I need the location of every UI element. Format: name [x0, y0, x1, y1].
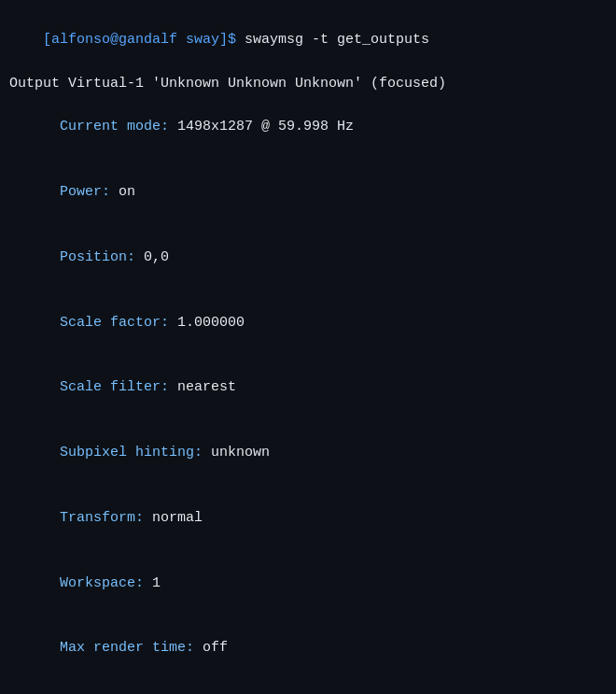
label-scale-factor: Scale factor:	[43, 315, 177, 331]
value-transform: normal	[152, 510, 203, 526]
value-position: 0,0	[144, 249, 169, 265]
output-line-2: Position: 0,0	[9, 225, 607, 290]
output-line-3: Scale factor: 1.000000	[9, 290, 607, 355]
output-line-6: Transform: normal	[9, 486, 607, 551]
output-line-1: Power: on	[9, 160, 607, 225]
output-line-8: Max render time: off	[9, 616, 607, 681]
output-line-9: Adaptive sync: disabled	[9, 681, 607, 694]
value-scale-filter: nearest	[177, 379, 236, 395]
label-current-mode: Current mode:	[43, 119, 177, 135]
value-subpixel: unknown	[211, 445, 270, 460]
value-workspace: 1	[152, 575, 161, 591]
output-line-4: Scale filter: nearest	[9, 355, 607, 420]
prompt: [alfonso@gandalf sway]$	[43, 32, 236, 48]
output-line-0: Current mode: 1498x1287 @ 59.998 Hz	[9, 94, 607, 160]
command-line: [alfonso@gandalf sway]$ swaymsg -t get_o…	[9, 7, 607, 73]
terminal: [alfonso@gandalf sway]$ swaymsg -t get_o…	[9, 7, 607, 694]
label-workspace: Workspace:	[43, 575, 152, 591]
output-line-7: Workspace: 1	[9, 550, 607, 616]
value-power: on	[119, 184, 135, 200]
output-line-5: Subpixel hinting: unknown	[9, 420, 607, 486]
label-position: Position:	[43, 249, 144, 265]
value-scale-factor: 1.000000	[177, 315, 245, 331]
label-power: Power:	[43, 184, 119, 200]
label-scale-filter: Scale filter:	[43, 379, 177, 395]
value-max-render: off	[203, 640, 228, 656]
label-subpixel: Subpixel hinting:	[43, 445, 211, 460]
value-current-mode: 1498x1287 @ 59.998 Hz	[177, 119, 354, 135]
label-transform: Transform:	[43, 510, 152, 526]
output-header: Output Virtual-1 'Unknown Unknown Unknow…	[9, 73, 607, 94]
label-max-render: Max render time:	[43, 640, 203, 656]
command: swaymsg -t get_outputs	[236, 32, 429, 48]
